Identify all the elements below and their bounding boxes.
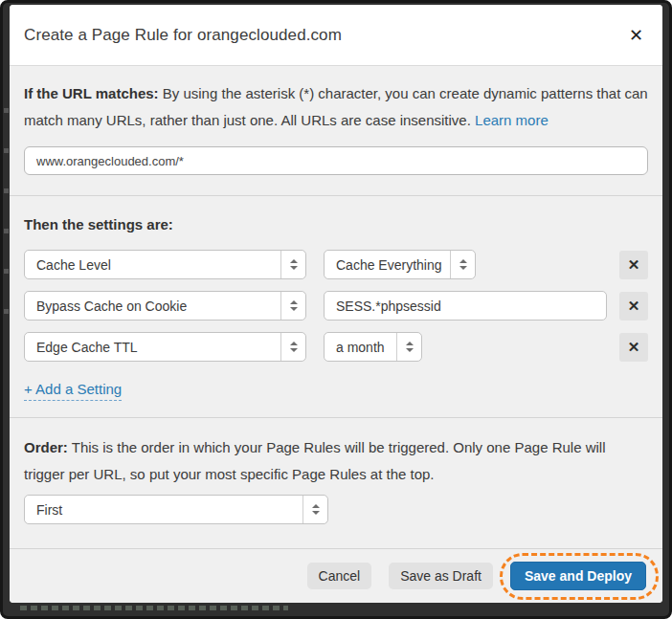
remove-setting-icon[interactable]: ✕ — [619, 333, 648, 362]
url-match-section: If the URL matches: By using the asteris… — [10, 66, 662, 195]
select-arrows-icon — [280, 292, 305, 320]
remove-setting-icon[interactable]: ✕ — [619, 251, 648, 279]
save-as-draft-button[interactable]: Save as Draft — [389, 563, 493, 589]
modal-header: Create a Page Rule for orangeclouded.com… — [10, 5, 662, 66]
dimmed-background-status-text — [20, 606, 288, 610]
select-value: Bypass Cache on Cookie — [25, 292, 280, 320]
dimmed-background-text — [4, 108, 9, 328]
order-description: Order: This is the order in which your P… — [24, 434, 648, 488]
setting-select-edge-cache-ttl[interactable]: Edge Cache TTL — [24, 332, 306, 362]
select-arrows-icon — [396, 333, 421, 361]
close-icon[interactable]: ✕ — [627, 23, 645, 48]
value-select-ttl[interactable]: a month — [324, 332, 422, 362]
select-value: Cache Everything — [325, 251, 450, 278]
select-value: Edge Cache TTL — [25, 333, 280, 361]
setting-row: Edge Cache TTL a month ✕ — [24, 332, 648, 362]
url-match-label: If the URL matches: — [24, 85, 159, 101]
save-and-deploy-wrap: Save and Deploy — [510, 562, 646, 590]
modal-title: Create a Page Rule for orangeclouded.com — [24, 26, 342, 45]
learn-more-link[interactable]: Learn more — [475, 112, 549, 128]
cancel-button[interactable]: Cancel — [307, 563, 372, 589]
select-value: First — [25, 496, 302, 523]
setting-select-bypass-cache-on-cookie[interactable]: Bypass Cache on Cookie — [24, 291, 306, 321]
order-label: Order: — [24, 439, 68, 455]
cookie-value-input[interactable] — [324, 291, 607, 321]
order-section: Order: This is the order in which your P… — [10, 417, 662, 547]
add-setting-link[interactable]: + Add a Setting — [24, 381, 122, 401]
setting-row: Cache Level Cache Everything ✕ — [24, 250, 648, 279]
create-page-rule-modal: Create a Page Rule for orangeclouded.com… — [10, 5, 662, 603]
order-select[interactable]: First — [24, 495, 328, 524]
settings-heading: Then the settings are: — [24, 216, 648, 232]
url-match-description: If the URL matches: By using the asteris… — [24, 80, 648, 134]
select-arrows-icon — [302, 496, 327, 523]
setting-row: Bypass Cache on Cookie ✕ — [24, 291, 648, 321]
select-arrows-icon — [450, 251, 475, 278]
remove-setting-icon[interactable]: ✕ — [619, 292, 648, 321]
modal-footer: Cancel Save as Draft Save and Deploy — [10, 548, 662, 603]
modal-body: If the URL matches: By using the asteris… — [10, 66, 662, 548]
url-pattern-input[interactable] — [24, 146, 648, 175]
settings-section: Then the settings are: Cache Level Cache… — [10, 195, 662, 417]
select-arrows-icon — [280, 251, 305, 278]
screenshot-frame: Create a Page Rule for orangeclouded.com… — [0, 0, 672, 619]
value-select-cache-everything[interactable]: Cache Everything — [324, 250, 476, 279]
select-arrows-icon — [280, 333, 305, 361]
save-and-deploy-button[interactable]: Save and Deploy — [510, 562, 646, 590]
select-value: a month — [325, 333, 396, 361]
setting-select-cache-level[interactable]: Cache Level — [24, 250, 306, 279]
select-value: Cache Level — [25, 251, 280, 278]
settings-rows: Cache Level Cache Everything ✕ Bypass Ca… — [24, 250, 648, 362]
order-description-text: This is the order in which your Page Rul… — [24, 439, 606, 482]
